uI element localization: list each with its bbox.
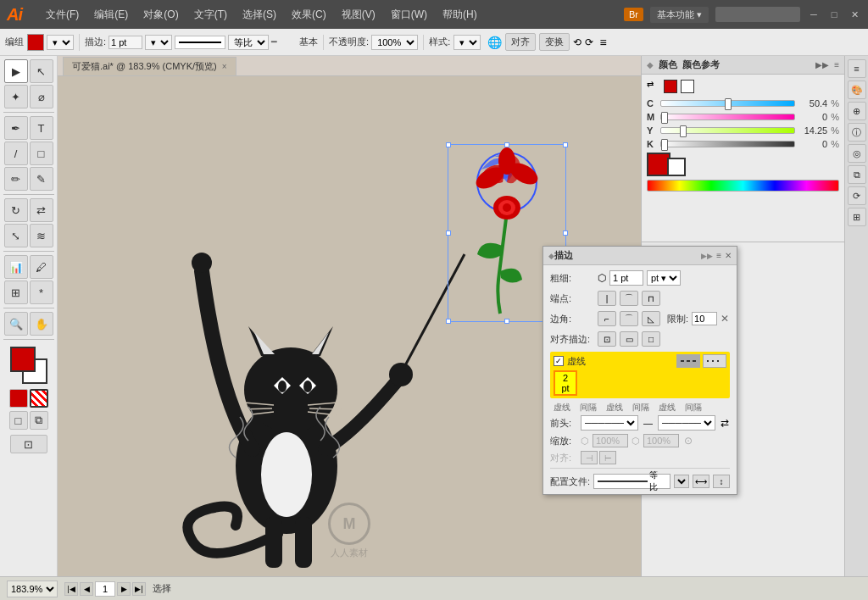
stroke-panel-menu[interactable]: ≡ — [716, 251, 721, 260]
menu-object[interactable]: 对象(O) — [136, 4, 185, 25]
page-number-input[interactable] — [95, 581, 115, 597]
c-slider-thumb[interactable] — [725, 98, 732, 110]
pathfinder-btn[interactable]: ⊞ — [848, 208, 866, 226]
select-tool[interactable]: ▶ — [4, 59, 28, 83]
zoom-select[interactable]: 183.9% — [7, 581, 58, 597]
appearance-btn[interactable]: ◎ — [848, 144, 866, 163]
transform-panel-btn[interactable]: ⟳ — [848, 186, 866, 205]
color-select[interactable]: ▾ — [47, 35, 74, 50]
paintbrush-tool[interactable]: ✏ — [4, 167, 28, 191]
menu-help[interactable]: 帮助(H) — [436, 4, 484, 25]
weight-input[interactable] — [609, 270, 643, 286]
text-tool[interactable]: T — [30, 116, 53, 140]
dash-style-2[interactable] — [703, 354, 726, 368]
corner-miter[interactable]: ⌐ — [598, 311, 616, 326]
lasso-tool[interactable]: ⌀ — [30, 85, 53, 108]
color-panel-btn[interactable]: 🎨 — [848, 81, 866, 99]
weight-stepper-up[interactable]: ⬡ — [598, 272, 606, 284]
m-slider-track[interactable] — [660, 114, 795, 120]
corner-round[interactable]: ⌒ — [620, 311, 638, 326]
stroke-box[interactable] — [30, 389, 48, 408]
line-tool[interactable]: / — [4, 142, 28, 165]
dash-value-highlight[interactable]: 2 pt — [554, 370, 577, 396]
chart-tool[interactable]: 📊 — [4, 255, 28, 279]
stroke-panel-close[interactable]: ✕ — [725, 251, 732, 260]
normal-view[interactable]: □ — [9, 411, 28, 430]
pencil-tool[interactable]: ✎ — [30, 167, 53, 191]
align-inside[interactable]: ▭ — [620, 331, 638, 347]
menu-edit[interactable]: 编辑(E) — [87, 4, 135, 25]
minimize-button[interactable]: ─ — [807, 8, 821, 21]
y-slider-track[interactable] — [660, 127, 795, 134]
menu-text[interactable]: 文字(T) — [187, 4, 234, 25]
bg-color-indicator[interactable] — [681, 80, 694, 93]
reflect-tool[interactable]: ⇄ — [30, 198, 53, 222]
active-color-indicator[interactable] — [664, 80, 677, 93]
fill-box[interactable] — [9, 389, 28, 408]
br-button[interactable]: Br — [624, 8, 643, 21]
last-page-btn[interactable]: ▶| — [132, 582, 146, 596]
swap-arrows-icon[interactable]: ⇄ — [721, 417, 729, 429]
next-page-btn[interactable]: ▶ — [117, 582, 131, 596]
align-panel-btn[interactable]: ⧉ — [848, 165, 866, 184]
endcap-square[interactable]: ⊓ — [642, 291, 660, 306]
corner-bevel[interactable]: ◺ — [642, 311, 660, 326]
settings-icon[interactable]: ≡ — [600, 36, 607, 49]
menu-select[interactable]: 选择(S) — [236, 4, 283, 25]
flip-profile-btn[interactable]: ⟷ — [693, 475, 709, 488]
menu-file[interactable]: 文件(F) — [39, 4, 86, 25]
panel-menu-icon[interactable]: ≡ — [834, 60, 839, 69]
globe-icon[interactable]: 🌐 — [487, 36, 502, 49]
align-center[interactable]: ⊡ — [598, 331, 616, 347]
magic-wand-tool[interactable]: ✦ — [4, 85, 28, 108]
spectrum-bar[interactable] — [647, 180, 839, 192]
stroke-panel-header[interactable]: ◆ 描边 ▶▶ ≡ ✕ — [543, 247, 737, 265]
menu-window[interactable]: 窗口(W) — [384, 4, 434, 25]
prev-page-btn[interactable]: ◀ — [80, 582, 93, 596]
fill-color-swatch[interactable] — [27, 34, 44, 51]
stroke-panel-expand[interactable]: ▶▶ — [701, 252, 713, 260]
artboard-view[interactable]: ⧉ — [30, 411, 48, 430]
arrow-start-select[interactable]: ────── — [581, 415, 638, 431]
maximize-button[interactable]: □ — [827, 8, 841, 21]
hand-tool[interactable]: ✋ — [30, 312, 53, 336]
symbol-tool[interactable]: * — [30, 281, 53, 304]
limit-input[interactable] — [692, 312, 717, 325]
workspace-selector[interactable]: 基本功能 ▾ — [650, 7, 709, 23]
line-type-select[interactable]: 等比 — [228, 35, 269, 50]
close-button[interactable]: ✕ — [848, 8, 861, 21]
menu-view[interactable]: 视图(V) — [335, 4, 382, 25]
direct-select-tool[interactable]: ↖ — [30, 59, 53, 83]
properties-btn[interactable]: ⓘ — [848, 123, 866, 142]
profile-preview[interactable]: 等比 — [593, 474, 670, 489]
m-slider-thumb[interactable] — [661, 112, 668, 124]
weight-unit-select[interactable]: pt ▾ — [647, 270, 681, 286]
zoom-tool[interactable]: 🔍 — [4, 312, 28, 336]
screen-mode-btn[interactable]: ⊡ — [10, 435, 47, 453]
k-slider-thumb[interactable] — [661, 139, 668, 151]
bg-swatch[interactable] — [667, 158, 686, 176]
canvas-tab-close[interactable]: × — [222, 62, 227, 71]
profile-select[interactable]: ▾ — [674, 475, 689, 488]
transform-button[interactable]: 变换 — [539, 33, 570, 51]
arrow-end-select[interactable]: ────── — [658, 415, 715, 431]
stroke-type-select[interactable]: ▾ — [145, 35, 172, 50]
rotate-tool[interactable]: ↻ — [4, 198, 28, 222]
c-slider-track[interactable] — [660, 100, 795, 107]
y-slider-thumb[interactable] — [680, 125, 687, 137]
k-slider-track[interactable] — [660, 141, 795, 147]
endcap-butt[interactable]: | — [598, 291, 616, 306]
endcap-round[interactable]: ⌒ — [620, 291, 638, 306]
blend-tool[interactable]: ⊞ — [4, 281, 28, 304]
more-icon[interactable]: ⟲ ⟳ — [573, 36, 593, 48]
pen-tool[interactable]: ✒ — [4, 116, 28, 140]
canvas-tab[interactable]: 可爱猫.ai* @ 183.9% (CMYK/预览) × — [63, 57, 236, 75]
color-mode-icon[interactable]: ⇄ — [647, 80, 660, 93]
layers-panel-btn[interactable]: ≡ — [848, 59, 866, 78]
first-page-btn[interactable]: |◀ — [64, 582, 78, 596]
dash-style-1[interactable] — [676, 354, 700, 368]
stroke-weight-input[interactable] — [108, 36, 142, 49]
dash-checkbox[interactable]: ✓ — [554, 356, 564, 366]
flip-v-profile-btn[interactable]: ↕ — [713, 475, 730, 488]
scale-tool[interactable]: ⤡ — [4, 224, 28, 247]
